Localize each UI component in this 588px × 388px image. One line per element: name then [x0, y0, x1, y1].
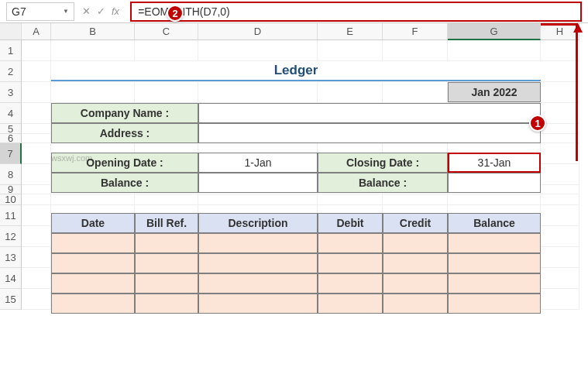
- name-box[interactable]: G7 ▼: [6, 2, 74, 21]
- table-cell[interactable]: [198, 253, 318, 273]
- row-header-11[interactable]: 11: [0, 205, 22, 226]
- table-cell[interactable]: [135, 294, 198, 314]
- annotation-badge-1: 1: [529, 115, 546, 132]
- closing-date-label: Closing Date :: [318, 153, 448, 173]
- address-value[interactable]: [198, 123, 541, 143]
- chevron-down-icon[interactable]: ▼: [63, 8, 69, 15]
- balance-value-1[interactable]: [198, 173, 318, 193]
- row-header-14[interactable]: 14: [0, 268, 22, 289]
- th-desc: Description: [198, 213, 318, 233]
- table-cell[interactable]: [51, 253, 135, 273]
- formula-buttons: ✕ ✓ fx: [74, 5, 127, 17]
- col-header-F[interactable]: F: [383, 23, 448, 40]
- th-bill: Bill Ref.: [135, 213, 198, 233]
- table-cell[interactable]: [318, 273, 383, 294]
- cells-area[interactable]: Ledger Jan 2022 Company Name : Address :…: [22, 40, 588, 310]
- row-header-1[interactable]: 1: [0, 40, 22, 61]
- table-cell[interactable]: [135, 253, 198, 273]
- balance-label-1: Balance :: [51, 173, 198, 193]
- name-box-value: G7: [12, 5, 26, 18]
- company-label: Company Name :: [51, 103, 198, 123]
- formula-text: =EOMONTH(D7,0): [138, 5, 230, 18]
- opening-date-value[interactable]: 1-Jan: [198, 153, 318, 173]
- table-cell[interactable]: [51, 294, 135, 314]
- col-header-E[interactable]: E: [318, 23, 383, 40]
- watermark: wsxwj.com: [51, 153, 92, 163]
- grid: 1 2 3 4 5 6 7 8 9 10 11 12 13 14 15 Ledg…: [0, 40, 588, 310]
- annotation-badge-2: 2: [167, 5, 184, 22]
- formula-bar: G7 ▼ ✕ ✓ fx =EOMONTH(D7,0): [0, 0, 588, 23]
- th-balance: Balance: [448, 213, 541, 233]
- table-cell[interactable]: [198, 294, 318, 314]
- formula-input[interactable]: =EOMONTH(D7,0): [130, 2, 582, 22]
- table-cell[interactable]: [135, 233, 198, 253]
- col-header-D[interactable]: D: [198, 23, 318, 40]
- table-cell[interactable]: [448, 233, 541, 253]
- balance-value-2[interactable]: [448, 173, 541, 193]
- th-credit: Credit: [383, 213, 448, 233]
- select-all-corner[interactable]: [0, 23, 22, 40]
- table-cell[interactable]: [383, 294, 448, 314]
- address-label: Address :: [51, 123, 198, 143]
- table-cell[interactable]: [448, 294, 541, 314]
- row-header-7[interactable]: 7: [0, 143, 22, 164]
- table-cell[interactable]: [318, 233, 383, 253]
- table-cell[interactable]: [51, 233, 135, 253]
- col-header-G[interactable]: G: [448, 23, 541, 40]
- row-header-10[interactable]: 10: [0, 194, 22, 205]
- table-cell[interactable]: [448, 273, 541, 294]
- th-date: Date: [51, 213, 135, 233]
- row-header-3[interactable]: 3: [0, 82, 22, 103]
- table-cell[interactable]: [448, 253, 541, 273]
- row-header-2[interactable]: 2: [0, 61, 22, 82]
- col-header-A[interactable]: A: [22, 23, 51, 40]
- ledger-title: Ledger: [51, 61, 541, 81]
- table-cell[interactable]: [318, 253, 383, 273]
- company-value[interactable]: [198, 103, 541, 123]
- table-cell[interactable]: [383, 253, 448, 273]
- cancel-icon[interactable]: ✕: [82, 5, 91, 17]
- row-headers: 1 2 3 4 5 6 7 8 9 10 11 12 13 14 15: [0, 40, 22, 310]
- check-icon[interactable]: ✓: [97, 5, 105, 17]
- table-cell[interactable]: [383, 273, 448, 294]
- col-header-B[interactable]: B: [51, 23, 135, 40]
- table-cell[interactable]: [383, 233, 448, 253]
- th-debit: Debit: [318, 213, 383, 233]
- row-header-12[interactable]: 12: [0, 226, 22, 247]
- table-cell[interactable]: [135, 273, 198, 294]
- table-cell[interactable]: [51, 273, 135, 294]
- table-cell[interactable]: [198, 233, 318, 253]
- column-headers: A B C D E F G H: [0, 23, 588, 40]
- period-cell[interactable]: Jan 2022: [448, 82, 541, 102]
- table-cell[interactable]: [318, 294, 383, 314]
- row-header-13[interactable]: 13: [0, 247, 22, 268]
- closing-date-value[interactable]: 31-Jan: [448, 153, 541, 173]
- row-header-8[interactable]: 8: [0, 164, 22, 185]
- row-header-4[interactable]: 4: [0, 103, 22, 124]
- fx-icon[interactable]: fx: [112, 5, 119, 17]
- row-header-15[interactable]: 15: [0, 289, 22, 310]
- annotation-arrow: [541, 23, 578, 161]
- row-header-6[interactable]: 6: [0, 134, 22, 143]
- col-header-C[interactable]: C: [135, 23, 198, 40]
- arrow-head-icon: [573, 23, 583, 33]
- table-cell[interactable]: [198, 273, 318, 294]
- balance-label-2: Balance :: [318, 173, 448, 193]
